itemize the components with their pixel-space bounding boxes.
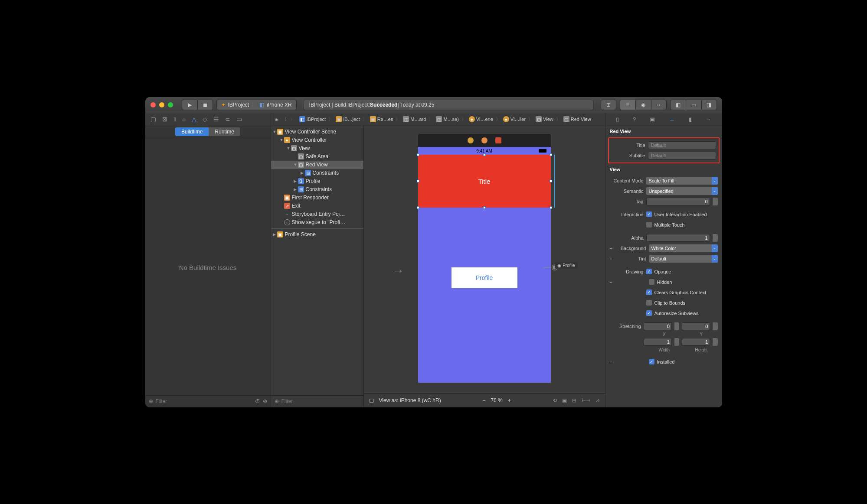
embed-icon[interactable]: ▣ [562,397,567,403]
close-button[interactable] [150,102,156,107]
align-icon[interactable]: ⊟ [572,397,576,403]
tree-row[interactable]: ▣First Responder [271,194,363,202]
maximize-button[interactable] [168,102,173,107]
pin-icon[interactable]: ⊢⊣ [582,397,590,403]
add-background-icon[interactable]: + [610,246,614,251]
tag-stepper[interactable] [713,198,718,205]
library-button[interactable]: ⊞ [601,100,616,110]
add-tint-icon[interactable]: + [610,256,614,261]
outline-toggle-icon[interactable]: ▢ [369,397,374,403]
test-nav-icon[interactable]: ◇ [203,116,207,123]
outline-filter-input[interactable] [281,398,360,404]
zoom-in-icon[interactable]: + [508,397,511,403]
back-icon[interactable]: 〈 [282,116,287,123]
jump-bar[interactable]: ⊞ 〈 〉 ◧IBProject〉 ▣IB…ject〉 ▣Re…es〉 ◫M…a… [271,113,605,126]
hidden-check[interactable]: Hidden [649,278,672,286]
toggle-navigator[interactable]: ◧ [670,100,686,110]
buildtime-tab[interactable]: Buildtime [175,127,209,136]
stretch-y-field[interactable]: 0 [682,322,710,330]
autoresize-check[interactable]: ✓Autoresize Subviews [646,309,699,318]
tree-row[interactable]: ▼▢View [271,144,363,153]
vc-dock-icon[interactable] [468,137,474,143]
phone-screen[interactable]: 9:41 AM Title [418,147,551,383]
red-view-selected[interactable]: Title [418,155,551,208]
clock-icon[interactable]: ⏱ [255,398,260,404]
source-nav-icon[interactable]: ⊠ [162,116,167,123]
stretch-h-field[interactable]: 1 [682,338,710,346]
user-interaction-check[interactable]: ✓User Interaction Enabled [646,210,707,219]
arrow-icon: → [284,211,290,217]
breakpoint-nav-icon[interactable]: ⊂ [225,116,230,123]
clears-context-check[interactable]: ✓Clears Graphics Context [646,288,707,297]
report-nav-icon[interactable]: ▭ [236,116,242,123]
tree-row[interactable]: ‹Show segue to "Profi… [271,218,363,227]
resolve-icon[interactable]: ⊿ [595,397,600,403]
exit-dock-icon[interactable] [495,137,501,143]
run-button[interactable]: ▶ [182,100,197,110]
project-nav-icon[interactable]: ▢ [150,116,156,123]
tag-field[interactable]: 0 [646,198,710,205]
forward-icon[interactable]: 〉 [290,116,295,123]
tree-row-selected[interactable]: ▼▢Red View [271,161,363,169]
storyboard-icon: ◫ [403,116,409,122]
stretch-x-field[interactable]: 0 [644,322,672,330]
attributes-inspector-icon[interactable]: ⫠ [669,116,675,123]
content-mode-select[interactable]: Scale To Fill⌄ [646,177,718,185]
toggle-inspector[interactable]: ◨ [701,100,717,110]
ib-canvas[interactable]: 9:41 AM Title [364,126,605,393]
opaque-check[interactable]: ✓Opaque [646,267,671,276]
runtime-tab[interactable]: Runtime [209,127,240,136]
tree-row[interactable]: ↗Exit [271,202,363,210]
alpha-field[interactable]: 1 [646,234,710,242]
identity-inspector-icon[interactable]: ▣ [650,116,655,123]
profile-button[interactable]: Profile [451,267,517,288]
symbol-nav-icon[interactable]: ⫴ [173,116,176,123]
connections-inspector-icon[interactable]: → [706,116,711,123]
add-installed-icon[interactable]: + [610,359,614,364]
minimize-button[interactable] [159,102,164,107]
segue-destination[interactable]: ◉ Profile [555,262,577,269]
tree-row[interactable]: ▶⊞Constraints [271,185,363,194]
tree-row[interactable]: ▶BProfile [271,177,363,185]
tree-row[interactable]: ▢Safe Area [271,153,363,161]
zoom-level[interactable]: 76 % [491,397,502,403]
update-frames-icon[interactable]: ⟲ [553,397,557,403]
editor-standard[interactable]: ≡ [620,100,635,110]
size-inspector-icon[interactable]: ▮ [689,116,692,123]
add-hidden-icon[interactable]: + [610,280,614,285]
responder-dock-icon[interactable] [481,137,487,143]
alpha-stepper[interactable] [713,234,718,242]
toggle-debug[interactable]: ▭ [686,100,701,110]
stretch-w-field[interactable]: 1 [644,338,672,346]
clip-bounds-check[interactable]: Clip to Bounds [646,299,686,307]
navigator-filter: ⊕ ⏱ ⊘ [145,395,271,407]
background-select[interactable]: White Color⌄ [649,244,718,252]
view-as-label[interactable]: View as: iPhone 8 (wC hR) [379,397,441,403]
scene-dock[interactable] [418,134,551,147]
tree-row[interactable]: ▼●View Controller [271,136,363,144]
issue-nav-icon[interactable]: △ [192,116,196,123]
related-items-icon[interactable]: ⊞ [275,117,278,122]
tree-row[interactable]: ▼▣View Controller Scene [271,128,363,136]
subtitle-field[interactable]: Default [648,152,716,159]
semantic-select[interactable]: Unspecified⌄ [646,187,718,195]
error-filter-icon[interactable]: ⊘ [263,398,267,404]
help-inspector-icon[interactable]: ? [633,116,636,123]
zoom-out-icon[interactable]: − [482,397,485,403]
file-inspector-icon[interactable]: ▯ [616,116,619,123]
installed-check[interactable]: ✓Installed [649,358,675,366]
issue-scope-segment[interactable]: Buildtime Runtime [175,127,240,136]
tint-select[interactable]: Default⌄ [649,255,718,263]
multiple-touch-check[interactable]: Multiple Touch [646,221,685,229]
filter-input[interactable] [156,398,252,404]
tree-row[interactable]: ▶⊞Constraints [271,169,363,177]
editor-assistant[interactable]: ◉ [635,100,651,110]
editor-version[interactable]: ↔ [651,100,667,110]
stop-button[interactable]: ◼ [197,100,213,110]
debug-nav-icon[interactable]: ☰ [213,116,219,123]
title-field[interactable]: Default [648,141,716,149]
tree-row[interactable]: ▶▣Profile Scene [271,231,363,239]
scheme-selector[interactable]: ✦ IBProject 〉 ◧ iPhone XR [216,100,297,110]
find-nav-icon[interactable]: ⌕ [182,116,186,123]
tree-row[interactable]: →Storyboard Entry Poi… [271,210,363,218]
